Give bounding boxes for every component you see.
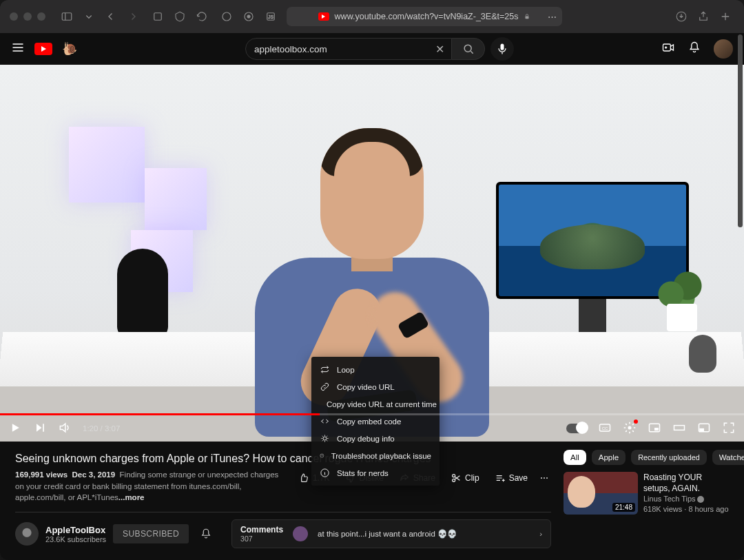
duration-badge: 21:48 (612, 503, 635, 512)
create-icon[interactable] (661, 41, 675, 57)
svg-rect-2 (154, 13, 162, 21)
autoplay-toggle[interactable] (566, 424, 587, 433)
share-icon[interactable] (694, 8, 712, 25)
comments-teaser[interactable]: Comments307 at this point...i just want … (231, 519, 551, 548)
search-input-value: appletoolbox.com (254, 44, 327, 54)
clear-icon[interactable]: ✕ (435, 43, 444, 56)
time-display: 1:20 / 3:07 (83, 424, 120, 433)
chip-all[interactable]: All (564, 450, 586, 465)
zoom-window-icon[interactable] (37, 12, 45, 21)
new-tab-icon[interactable] (716, 8, 734, 25)
svg-point-10 (464, 45, 471, 52)
miniplayer-icon[interactable] (648, 421, 661, 436)
next-icon[interactable] (33, 421, 47, 436)
scrollbar[interactable] (738, 34, 743, 227)
search-button[interactable] (452, 38, 485, 60)
subscribe-button[interactable]: SUBSCRIBED (113, 524, 189, 543)
svg-rect-0 (62, 13, 72, 21)
notifications-icon[interactable] (688, 41, 701, 57)
extension-icon[interactable] (171, 8, 189, 25)
recommended-thumbnail[interactable]: 21:48 (564, 472, 638, 515)
svg-point-5 (247, 15, 251, 19)
video-player[interactable]: Loop Copy video URL Copy video URL at cu… (0, 65, 744, 442)
svg-point-3 (223, 12, 231, 21)
commenter-avatar (293, 526, 308, 541)
svg-rect-11 (501, 44, 504, 50)
recommended-meta: 618K views · 8 hours ago (643, 504, 729, 515)
context-copy-url[interactable]: Copy video URL (311, 378, 440, 395)
clip-button[interactable]: Clip (445, 469, 485, 487)
context-loop[interactable]: Loop (311, 361, 440, 378)
recommended-channel: Linus Tech Tips (643, 494, 729, 504)
svg-point-18 (628, 426, 632, 430)
chip-recent[interactable]: Recently uploaded (631, 450, 706, 465)
channel-avatar[interactable] (15, 522, 39, 546)
video-meta: 169,991 views Dec 3, 2019 Finding some s… (15, 469, 282, 504)
close-window-icon[interactable] (10, 12, 18, 21)
play-icon[interactable] (8, 421, 22, 436)
search-input[interactable]: appletoolbox.com ✕ (245, 38, 452, 60)
svg-text:CC: CC (602, 426, 608, 431)
sidebar-toggle-icon[interactable] (58, 8, 76, 25)
window-controls[interactable] (10, 12, 45, 21)
youtube-logo-icon (34, 43, 52, 55)
extension-icon[interactable]: JS (262, 8, 280, 25)
recommended-title: Roasting YOUR setups, AGAIN. (643, 472, 729, 494)
pip-icon[interactable] (697, 421, 711, 436)
channel-subs: 23.6K subscribers (45, 535, 106, 543)
svg-rect-21 (674, 426, 685, 431)
filter-chips: All Apple Recently uploaded Watched (564, 450, 729, 465)
snail-emoji: 🐌 (62, 41, 77, 56)
save-button[interactable]: Save (489, 469, 533, 487)
context-stats[interactable]: Stats for nerds (311, 464, 440, 481)
voice-search-icon[interactable] (490, 37, 514, 61)
menu-icon[interactable] (11, 41, 25, 57)
notification-bell-icon[interactable] (196, 523, 216, 544)
extension-icon[interactable] (218, 8, 236, 25)
svg-rect-8 (526, 17, 529, 19)
extension-icon[interactable] (240, 8, 258, 25)
theater-icon[interactable] (672, 421, 686, 436)
top-comment: at this point...i just want a android 💀💀 (318, 529, 457, 539)
lock-icon (524, 13, 530, 20)
settings-icon[interactable] (623, 421, 637, 436)
browser-toolbar: JS www.youtube.com/watch?v=tvN9iaZ-_3E&t… (0, 0, 744, 33)
extension-icon[interactable] (149, 8, 167, 25)
more-actions-button[interactable]: ⋯ (537, 470, 551, 486)
site-favicon-icon (318, 12, 329, 21)
reload-icon[interactable] (193, 8, 211, 25)
context-troubleshoot[interactable]: Troubleshoot playback issue (311, 447, 440, 464)
back-icon[interactable] (102, 8, 120, 25)
svg-rect-23 (699, 428, 704, 431)
minimize-window-icon[interactable] (23, 12, 32, 21)
volume-icon[interactable] (58, 421, 72, 436)
fullscreen-icon[interactable] (722, 421, 736, 436)
url-text: www.youtube.com/watch?v=tvN9iaZ-_3E&t=25… (335, 12, 519, 21)
svg-point-14 (320, 454, 324, 457)
player-controls: 1:20 / 3:07 CC (0, 415, 744, 442)
youtube-header: 🐌 appletoolbox.com ✕ (0, 33, 744, 65)
chevron-right-icon: › (539, 530, 542, 538)
context-copy-url-time[interactable]: Copy video URL at current time (311, 395, 440, 413)
account-avatar[interactable] (714, 39, 733, 59)
captions-icon[interactable]: CC (598, 421, 612, 436)
address-bar[interactable]: www.youtube.com/watch?v=tvN9iaZ-_3E&t=25… (287, 7, 562, 26)
downloads-icon[interactable] (672, 8, 690, 25)
verified-icon (697, 496, 704, 503)
svg-rect-20 (654, 428, 659, 431)
forward-icon[interactable] (124, 8, 142, 25)
chip-watched[interactable]: Watched (712, 450, 744, 465)
recommended-video[interactable]: 21:48 Roasting YOUR setups, AGAIN. Linus… (564, 472, 729, 515)
svg-text:JS: JS (268, 14, 273, 19)
chevron-down-icon[interactable] (80, 8, 98, 25)
page-settings-icon[interactable]: ⋯ (548, 12, 557, 22)
channel-name[interactable]: AppleToolBox (45, 525, 106, 535)
youtube-logo[interactable] (34, 43, 52, 55)
show-more-button[interactable]: ...more (118, 493, 145, 501)
video-title: Seeing unknown charges from Apple or iTu… (15, 453, 551, 465)
chip-apple[interactable]: Apple (592, 450, 626, 465)
